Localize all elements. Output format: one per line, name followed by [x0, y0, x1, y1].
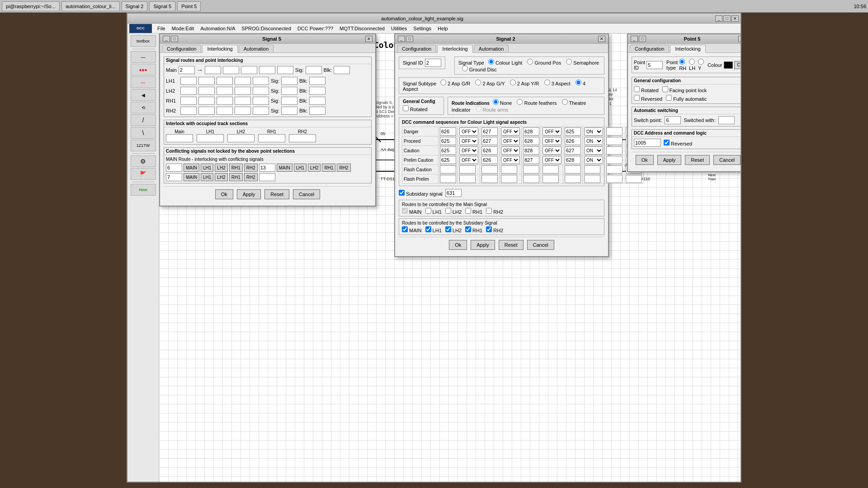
signal5-close[interactable]: ✕: [365, 36, 373, 42]
dcc-caution-v4[interactable]: [565, 146, 581, 155]
toolbar-rotate[interactable]: ⟲: [131, 102, 156, 113]
signal5-main-pt3[interactable]: [241, 66, 257, 74]
taskbar-app-terminal[interactable]: pi@raspberrypi:~/So...: [2, 1, 60, 11]
point5-ok-button[interactable]: Ok: [636, 155, 654, 165]
dcc-caution-s1[interactable]: OFFON: [459, 146, 478, 155]
point5-id-input[interactable]: [646, 61, 663, 69]
dcc-proceed-v3[interactable]: [523, 137, 539, 145]
menu-sprog[interactable]: SPROG:Disconnected: [239, 25, 293, 32]
point5-tab-interlocking[interactable]: Interlocking: [670, 45, 705, 53]
signal5-interlock-main-input[interactable]: [166, 134, 193, 142]
signal5-sig-input-main[interactable]: [306, 66, 322, 74]
signal2-type-groundpos[interactable]: Ground Pos: [527, 60, 561, 66]
signal5-rh1-pt5[interactable]: [253, 97, 269, 105]
signal2-main-rh1[interactable]: RH1: [465, 208, 482, 215]
signal2-type-colourlight[interactable]: Colour Light: [488, 60, 522, 66]
signal2-id-input[interactable]: [425, 59, 441, 67]
signal5-interlock-lh2-input[interactable]: [227, 134, 255, 142]
toolbar-line2[interactable]: —: [131, 76, 156, 88]
taskbar-app-point5[interactable]: Point 5: [177, 1, 201, 11]
signal5-sig-input-lh2[interactable]: [281, 87, 297, 95]
dcc-fc-v4[interactable]: [565, 165, 581, 174]
signal5-sig-input-rh1[interactable]: [281, 97, 297, 105]
signal5-blk-input-rh2[interactable]: [309, 107, 326, 115]
signal2-type-semaphore[interactable]: Semaphore: [566, 60, 599, 66]
dcc-caution-v2[interactable]: [481, 146, 498, 155]
signal2-tab-automation[interactable]: Automation: [474, 45, 509, 52]
signal5-lh2-pt3[interactable]: [217, 87, 233, 95]
signal2-main-rh2[interactable]: RH2: [486, 208, 503, 215]
dcc-proceed-v1[interactable]: [440, 137, 456, 145]
dcc-fc-v1[interactable]: [440, 165, 456, 174]
point5-rotated-label[interactable]: Rotated: [634, 86, 659, 93]
point5-reset-button[interactable]: Reset: [685, 155, 710, 165]
signal5-lh2-btn-6[interactable]: LH2: [215, 164, 227, 172]
signal5-tab-automation[interactable]: Automation: [239, 45, 274, 52]
toolbar-diag2[interactable]: \: [131, 127, 156, 139]
signal2-sub-2yr[interactable]: 2 Asp Y/R: [510, 81, 539, 86]
dcc-danger-s3[interactable]: OFFON: [542, 127, 561, 136]
point5-fully-auto-label[interactable]: Fully automatic: [666, 95, 707, 102]
signal2-sub-3asp[interactable]: 3 Aspect: [544, 81, 571, 86]
dcc-proceed-s3[interactable]: OFFON: [542, 137, 561, 145]
dcc-prelim-v1[interactable]: [440, 156, 456, 164]
signal2-sub-lh1[interactable]: LH1: [425, 226, 442, 233]
signal5-lh1-pt4[interactable]: [235, 77, 251, 85]
dcc-danger-s2[interactable]: OFFON: [501, 127, 520, 136]
dcc-danger-v1[interactable]: [440, 127, 456, 136]
dcc-fp-v3[interactable]: [523, 175, 539, 183]
signal5-lh2-pt4[interactable]: [235, 87, 251, 95]
signal5-conflict-7-input[interactable]: [166, 173, 182, 181]
dcc-fp-v5[interactable]: [606, 175, 623, 183]
dcc-fp-v4[interactable]: [565, 175, 581, 183]
toolbar-signals[interactable]: ●●●: [131, 64, 156, 75]
dcc-fc-s1[interactable]: [459, 165, 476, 174]
signal2-subsidiary-input[interactable]: [445, 189, 462, 197]
point5-type-rh[interactable]: RH: [679, 59, 686, 71]
signal5-rh2-btn-7[interactable]: RH2: [244, 173, 258, 181]
menu-mode[interactable]: Mode:Edit: [169, 25, 197, 32]
toolbar-flag[interactable]: 🚩: [131, 168, 156, 180]
signal5-main-pt5[interactable]: [277, 66, 293, 74]
signal2-sub-lh2[interactable]: LH2: [445, 226, 462, 233]
dcc-prelim-v4[interactable]: [565, 156, 581, 164]
signal5-conflict-6-input[interactable]: [166, 164, 182, 172]
signal5-main-btn-6[interactable]: MAIN: [184, 164, 199, 172]
signal5-lh1-btn-7[interactable]: LH1: [201, 173, 213, 181]
dcc-caution-v5[interactable]: [606, 146, 623, 155]
signal5-interlock-rh2-input[interactable]: [289, 134, 316, 142]
dcc-proceed-v4[interactable]: [565, 137, 581, 145]
signal5-reset-button[interactable]: Reset: [264, 189, 289, 199]
dcc-proceed-s4[interactable]: ONOFF: [584, 137, 603, 145]
signal5-rh2-pt3[interactable]: [217, 107, 233, 115]
menu-automation[interactable]: Automation:N/A: [198, 25, 238, 32]
point5-dcc-reversed-label[interactable]: Reversed: [664, 140, 692, 146]
signal5-rh2-pt5[interactable]: [253, 107, 269, 115]
signal5-lh2-pt2[interactable]: [198, 87, 215, 95]
signal5-rh1-pt2[interactable]: [198, 97, 215, 105]
signal5-apply-button[interactable]: Apply: [237, 189, 261, 199]
signal5-rh2-pt4[interactable]: [235, 107, 251, 115]
signal5-blk-input-main[interactable]: [334, 66, 350, 74]
signal5-blk-input-lh2[interactable]: [309, 87, 326, 95]
dcc-fp-v6[interactable]: [626, 175, 642, 183]
toolbar-new[interactable]: New: [131, 184, 156, 196]
signal2-reset-button[interactable]: Reset: [499, 240, 524, 250]
signal5-rh2-btn-6[interactable]: RH2: [244, 164, 258, 172]
signal2-ok-button[interactable]: Ok: [449, 240, 467, 250]
signal5-lh2-btn-7[interactable]: LH2: [215, 173, 227, 181]
menu-help[interactable]: Help: [435, 25, 451, 32]
taskbar-app-automation[interactable]: automation_colour_li...: [61, 1, 120, 11]
signal2-main-lh2[interactable]: LH2: [445, 208, 462, 215]
signal5-lh1-btn-6[interactable]: LH1: [201, 164, 213, 172]
signal5-main-pt2[interactable]: [223, 66, 239, 74]
dcc-fc-s4[interactable]: [584, 165, 600, 174]
close-button[interactable]: ✕: [731, 15, 739, 22]
point5-dcc-address-input[interactable]: [634, 139, 661, 147]
signal5-interlock-lh1-input[interactable]: [197, 134, 224, 142]
signal5-tab-config[interactable]: Configuration: [162, 45, 201, 52]
signal2-close[interactable]: ✕: [598, 36, 605, 42]
point5-close[interactable]: ✕: [738, 36, 741, 42]
minimize-button[interactable]: _: [715, 15, 722, 22]
signal5-lh1-pt2[interactable]: [198, 77, 215, 85]
